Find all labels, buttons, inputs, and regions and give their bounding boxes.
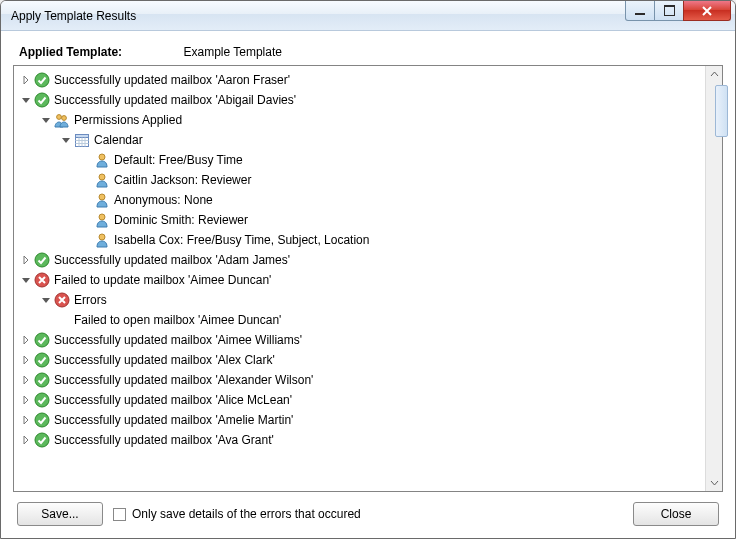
tree-label: Errors: [74, 293, 107, 307]
tree-label: Caitlin Jackson: Reviewer: [114, 173, 251, 187]
tree-row[interactable]: Isabella Cox: Free/Busy Time, Subject, L…: [76, 230, 703, 250]
tree-label: Successfully updated mailbox 'Ava Grant': [54, 433, 274, 447]
applied-template-row: Applied Template: Example Template: [13, 41, 723, 65]
titlebar[interactable]: Apply Template Results: [1, 1, 735, 31]
tree-row[interactable]: Successfully updated mailbox 'Adam James…: [16, 250, 703, 270]
success-icon: [34, 432, 50, 448]
success-icon: [34, 412, 50, 428]
svg-point-13: [99, 194, 105, 200]
svg-point-0: [35, 73, 49, 87]
error-icon: [34, 272, 50, 288]
collapse-toggle[interactable]: [20, 274, 32, 286]
vertical-scrollbar[interactable]: [705, 66, 722, 491]
svg-point-1: [35, 93, 49, 107]
minimize-button[interactable]: [625, 1, 655, 21]
tree-row[interactable]: Failed to update mailbox 'Aimee Duncan': [16, 270, 703, 290]
tree-row[interactable]: Successfully updated mailbox 'Alex Clark…: [16, 350, 703, 370]
scroll-thumb[interactable]: [715, 85, 728, 137]
tree-row[interactable]: Successfully updated mailbox 'Amelie Mar…: [16, 410, 703, 430]
save-button[interactable]: Save...: [17, 502, 103, 526]
applied-template-name: Example Template: [183, 45, 282, 59]
expand-toggle[interactable]: [20, 354, 32, 366]
svg-point-21: [35, 373, 49, 387]
results-panel: Successfully updated mailbox 'Aaron Fras…: [13, 65, 723, 492]
tree-row[interactable]: Successfully updated mailbox 'Abigail Da…: [16, 90, 703, 110]
tree-label: Successfully updated mailbox 'Aimee Will…: [54, 333, 302, 347]
footer: Save... Only save details of the errors …: [13, 492, 723, 528]
expand-toggle[interactable]: [20, 434, 32, 446]
window-controls: [626, 1, 731, 21]
tree-row[interactable]: Anonymous: None: [76, 190, 703, 210]
applied-template-label: Applied Template:: [19, 45, 122, 59]
tree-label: Successfully updated mailbox 'Alexander …: [54, 373, 313, 387]
expand-toggle[interactable]: [20, 394, 32, 406]
svg-point-22: [35, 393, 49, 407]
collapse-toggle[interactable]: [40, 294, 52, 306]
success-icon: [34, 352, 50, 368]
tree-label: Successfully updated mailbox 'Aaron Fras…: [54, 73, 290, 87]
user-icon: [94, 212, 110, 228]
tree-row[interactable]: Successfully updated mailbox 'Alexander …: [16, 370, 703, 390]
collapse-toggle[interactable]: [60, 134, 72, 146]
svg-point-24: [35, 433, 49, 447]
tree-row[interactable]: Successfully updated mailbox 'Ava Grant': [16, 430, 703, 450]
close-icon: [701, 6, 713, 16]
window: Apply Template Results Applied Template:…: [0, 0, 736, 539]
tree-label: Failed to update mailbox 'Aimee Duncan': [54, 273, 271, 287]
tree-row[interactable]: Permissions Applied: [36, 110, 703, 130]
tree-row[interactable]: Caitlin Jackson: Reviewer: [76, 170, 703, 190]
tree-row[interactable]: Successfully updated mailbox 'Aaron Fras…: [16, 70, 703, 90]
svg-point-15: [99, 234, 105, 240]
errors-only-row: Only save details of the errors that occ…: [113, 507, 623, 521]
svg-point-3: [62, 116, 67, 121]
tree-label: Successfully updated mailbox 'Abigail Da…: [54, 93, 296, 107]
user-icon: [94, 192, 110, 208]
tree-row[interactable]: Errors: [36, 290, 703, 310]
user-icon: [94, 152, 110, 168]
permissions-icon: [54, 112, 70, 128]
errors-only-checkbox[interactable]: [113, 508, 126, 521]
calendar-icon: [74, 132, 90, 148]
tree-label: Permissions Applied: [74, 113, 182, 127]
tree-row[interactable]: Calendar: [56, 130, 703, 150]
tree-label: Failed to open mailbox 'Aimee Duncan': [74, 313, 281, 327]
svg-point-2: [57, 115, 62, 120]
tree-row[interactable]: Successfully updated mailbox 'Aimee Will…: [16, 330, 703, 350]
tree-label: Successfully updated mailbox 'Amelie Mar…: [54, 413, 293, 427]
tree-row[interactable]: Default: Free/Busy Time: [76, 150, 703, 170]
tree-label: Dominic Smith: Reviewer: [114, 213, 248, 227]
scroll-up-button[interactable]: [707, 66, 722, 83]
maximize-button[interactable]: [654, 1, 684, 21]
scroll-down-button[interactable]: [707, 474, 722, 491]
success-icon: [34, 372, 50, 388]
tree-row[interactable]: Successfully updated mailbox 'Alice McLe…: [16, 390, 703, 410]
expand-toggle[interactable]: [20, 374, 32, 386]
results-tree[interactable]: Successfully updated mailbox 'Aaron Fras…: [14, 66, 705, 491]
expand-toggle[interactable]: [20, 334, 32, 346]
tree-label: Default: Free/Busy Time: [114, 153, 243, 167]
tree-label: Successfully updated mailbox 'Alex Clark…: [54, 353, 275, 367]
success-icon: [34, 92, 50, 108]
tree-row[interactable]: Failed to open mailbox 'Aimee Duncan': [56, 310, 703, 330]
expand-toggle[interactable]: [20, 74, 32, 86]
expand-toggle[interactable]: [20, 414, 32, 426]
close-button[interactable]: Close: [633, 502, 719, 526]
close-window-button[interactable]: [683, 1, 731, 21]
svg-point-19: [35, 333, 49, 347]
client-area: Applied Template: Example Template Succe…: [1, 31, 735, 538]
svg-point-20: [35, 353, 49, 367]
success-icon: [34, 392, 50, 408]
expand-toggle[interactable]: [20, 254, 32, 266]
user-icon: [94, 232, 110, 248]
collapse-toggle[interactable]: [40, 114, 52, 126]
success-icon: [34, 252, 50, 268]
window-title: Apply Template Results: [11, 9, 136, 23]
tree-label: Successfully updated mailbox 'Alice McLe…: [54, 393, 292, 407]
success-icon: [34, 332, 50, 348]
svg-point-14: [99, 214, 105, 220]
collapse-toggle[interactable]: [20, 94, 32, 106]
user-icon: [94, 172, 110, 188]
svg-rect-5: [76, 135, 89, 138]
tree-row[interactable]: Dominic Smith: Reviewer: [76, 210, 703, 230]
errors-only-label: Only save details of the errors that occ…: [132, 507, 361, 521]
